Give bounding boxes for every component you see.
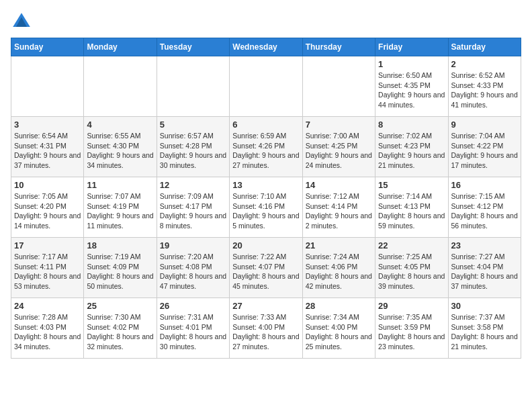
day-number: 21 (306, 240, 372, 250)
day-header-thursday: Thursday (302, 38, 375, 56)
day-info: Sunrise: 7:25 AM Sunset: 4:05 PM Dayligh… (378, 252, 445, 291)
day-info: Sunrise: 7:35 AM Sunset: 3:59 PM Dayligh… (378, 312, 445, 352)
day-info: Sunrise: 7:19 AM Sunset: 4:09 PM Dayligh… (87, 252, 153, 291)
day-cell: 7Sunrise: 7:00 AM Sunset: 4:25 PM Daylig… (302, 117, 375, 177)
day-info: Sunrise: 7:14 AM Sunset: 4:13 PM Dayligh… (378, 191, 445, 231)
day-header-wednesday: Wednesday (230, 38, 302, 56)
calendar-table: SundayMondayTuesdayWednesdayThursdayFrid… (11, 38, 521, 359)
calendar-body: 1Sunrise: 6:50 AM Sunset: 4:35 PM Daylig… (11, 56, 521, 359)
day-cell: 25Sunrise: 7:30 AM Sunset: 4:02 PM Dayli… (84, 298, 157, 359)
day-info: Sunrise: 6:50 AM Sunset: 4:35 PM Dayligh… (378, 71, 445, 110)
day-header-friday: Friday (375, 38, 448, 56)
day-number: 4 (87, 120, 153, 130)
day-info: Sunrise: 6:52 AM Sunset: 4:33 PM Dayligh… (451, 71, 518, 110)
day-number: 26 (160, 301, 226, 311)
day-cell: 6Sunrise: 6:59 AM Sunset: 4:26 PM Daylig… (230, 117, 302, 177)
day-cell: 11Sunrise: 7:07 AM Sunset: 4:19 PM Dayli… (84, 177, 157, 238)
day-cell: 19Sunrise: 7:20 AM Sunset: 4:08 PM Dayli… (157, 238, 229, 298)
day-info: Sunrise: 7:15 AM Sunset: 4:12 PM Dayligh… (451, 191, 518, 231)
day-info: Sunrise: 7:33 AM Sunset: 4:00 PM Dayligh… (232, 312, 299, 352)
day-cell: 1Sunrise: 6:50 AM Sunset: 4:35 PM Daylig… (375, 56, 448, 117)
day-cell: 12Sunrise: 7:09 AM Sunset: 4:17 PM Dayli… (157, 177, 229, 238)
day-number: 29 (378, 301, 445, 311)
day-info: Sunrise: 7:30 AM Sunset: 4:02 PM Dayligh… (87, 312, 153, 352)
day-number: 5 (160, 120, 226, 130)
day-info: Sunrise: 7:12 AM Sunset: 4:14 PM Dayligh… (306, 191, 372, 231)
day-cell: 22Sunrise: 7:25 AM Sunset: 4:05 PM Dayli… (375, 238, 448, 298)
day-info: Sunrise: 7:04 AM Sunset: 4:22 PM Dayligh… (451, 131, 518, 171)
day-cell: 20Sunrise: 7:22 AM Sunset: 4:07 PM Dayli… (230, 238, 302, 298)
day-cell: 29Sunrise: 7:35 AM Sunset: 3:59 PM Dayli… (375, 298, 448, 359)
day-number: 15 (378, 180, 445, 190)
day-cell: 24Sunrise: 7:28 AM Sunset: 4:03 PM Dayli… (11, 298, 84, 359)
day-cell (302, 56, 375, 117)
day-header-sunday: Sunday (11, 38, 84, 56)
day-number: 9 (451, 120, 518, 130)
day-cell: 15Sunrise: 7:14 AM Sunset: 4:13 PM Dayli… (375, 177, 448, 238)
day-cell: 18Sunrise: 7:19 AM Sunset: 4:09 PM Dayli… (84, 238, 157, 298)
day-number: 23 (451, 240, 518, 250)
day-info: Sunrise: 6:54 AM Sunset: 4:31 PM Dayligh… (14, 131, 81, 171)
day-number: 1 (378, 59, 445, 69)
day-header-tuesday: Tuesday (157, 38, 229, 56)
day-cell: 5Sunrise: 6:57 AM Sunset: 4:28 PM Daylig… (157, 117, 229, 177)
day-number: 16 (451, 180, 518, 190)
day-cell (11, 56, 84, 117)
day-header-monday: Monday (84, 38, 157, 56)
day-cell: 10Sunrise: 7:05 AM Sunset: 4:20 PM Dayli… (11, 177, 84, 238)
week-row-4: 17Sunrise: 7:17 AM Sunset: 4:11 PM Dayli… (11, 238, 521, 298)
page-header (11, 11, 521, 32)
day-cell (157, 56, 229, 117)
day-number: 12 (160, 180, 226, 190)
day-cell: 17Sunrise: 7:17 AM Sunset: 4:11 PM Dayli… (11, 238, 84, 298)
day-number: 7 (306, 120, 372, 130)
week-row-2: 3Sunrise: 6:54 AM Sunset: 4:31 PM Daylig… (11, 117, 521, 177)
day-info: Sunrise: 7:05 AM Sunset: 4:20 PM Dayligh… (14, 191, 81, 231)
day-cell: 27Sunrise: 7:33 AM Sunset: 4:00 PM Dayli… (230, 298, 302, 359)
day-number: 27 (232, 301, 299, 311)
day-info: Sunrise: 7:37 AM Sunset: 3:58 PM Dayligh… (451, 312, 518, 352)
day-number: 20 (232, 240, 299, 250)
day-info: Sunrise: 7:22 AM Sunset: 4:07 PM Dayligh… (232, 252, 299, 291)
day-info: Sunrise: 7:10 AM Sunset: 4:16 PM Dayligh… (232, 191, 299, 231)
day-cell: 9Sunrise: 7:04 AM Sunset: 4:22 PM Daylig… (448, 117, 521, 177)
day-number: 24 (14, 301, 81, 311)
week-row-3: 10Sunrise: 7:05 AM Sunset: 4:20 PM Dayli… (11, 177, 521, 238)
day-info: Sunrise: 7:17 AM Sunset: 4:11 PM Dayligh… (14, 252, 81, 291)
day-number: 2 (451, 59, 518, 69)
day-cell: 2Sunrise: 6:52 AM Sunset: 4:33 PM Daylig… (448, 56, 521, 117)
day-number: 30 (451, 301, 518, 311)
day-info: Sunrise: 7:20 AM Sunset: 4:08 PM Dayligh… (160, 252, 226, 291)
day-cell: 3Sunrise: 6:54 AM Sunset: 4:31 PM Daylig… (11, 117, 84, 177)
day-number: 17 (14, 240, 81, 250)
day-cell: 14Sunrise: 7:12 AM Sunset: 4:14 PM Dayli… (302, 177, 375, 238)
day-info: Sunrise: 7:24 AM Sunset: 4:06 PM Dayligh… (306, 252, 372, 291)
day-cell: 16Sunrise: 7:15 AM Sunset: 4:12 PM Dayli… (448, 177, 521, 238)
day-cell: 30Sunrise: 7:37 AM Sunset: 3:58 PM Dayli… (448, 298, 521, 359)
day-info: Sunrise: 7:34 AM Sunset: 4:00 PM Dayligh… (306, 312, 372, 352)
day-number: 11 (87, 180, 153, 190)
week-row-1: 1Sunrise: 6:50 AM Sunset: 4:35 PM Daylig… (11, 56, 521, 117)
day-header-saturday: Saturday (448, 38, 521, 56)
day-number: 18 (87, 240, 153, 250)
day-number: 19 (160, 240, 226, 250)
day-info: Sunrise: 7:31 AM Sunset: 4:01 PM Dayligh… (160, 312, 226, 352)
day-cell: 26Sunrise: 7:31 AM Sunset: 4:01 PM Dayli… (157, 298, 229, 359)
day-cell: 4Sunrise: 6:55 AM Sunset: 4:30 PM Daylig… (84, 117, 157, 177)
header-row: SundayMondayTuesdayWednesdayThursdayFrid… (11, 38, 521, 56)
day-info: Sunrise: 7:07 AM Sunset: 4:19 PM Dayligh… (87, 191, 153, 231)
day-info: Sunrise: 7:09 AM Sunset: 4:17 PM Dayligh… (160, 191, 226, 231)
day-info: Sunrise: 7:00 AM Sunset: 4:25 PM Dayligh… (306, 131, 372, 171)
day-info: Sunrise: 7:28 AM Sunset: 4:03 PM Dayligh… (14, 312, 81, 352)
day-cell (84, 56, 157, 117)
day-number: 28 (306, 301, 372, 311)
day-info: Sunrise: 6:57 AM Sunset: 4:28 PM Dayligh… (160, 131, 226, 171)
day-cell: 28Sunrise: 7:34 AM Sunset: 4:00 PM Dayli… (302, 298, 375, 359)
day-cell: 21Sunrise: 7:24 AM Sunset: 4:06 PM Dayli… (302, 238, 375, 298)
day-info: Sunrise: 6:55 AM Sunset: 4:30 PM Dayligh… (87, 131, 153, 171)
day-info: Sunrise: 6:59 AM Sunset: 4:26 PM Dayligh… (232, 131, 299, 171)
day-cell: 13Sunrise: 7:10 AM Sunset: 4:16 PM Dayli… (230, 177, 302, 238)
day-number: 8 (378, 120, 445, 130)
day-cell: 23Sunrise: 7:27 AM Sunset: 4:04 PM Dayli… (448, 238, 521, 298)
day-number: 25 (87, 301, 153, 311)
